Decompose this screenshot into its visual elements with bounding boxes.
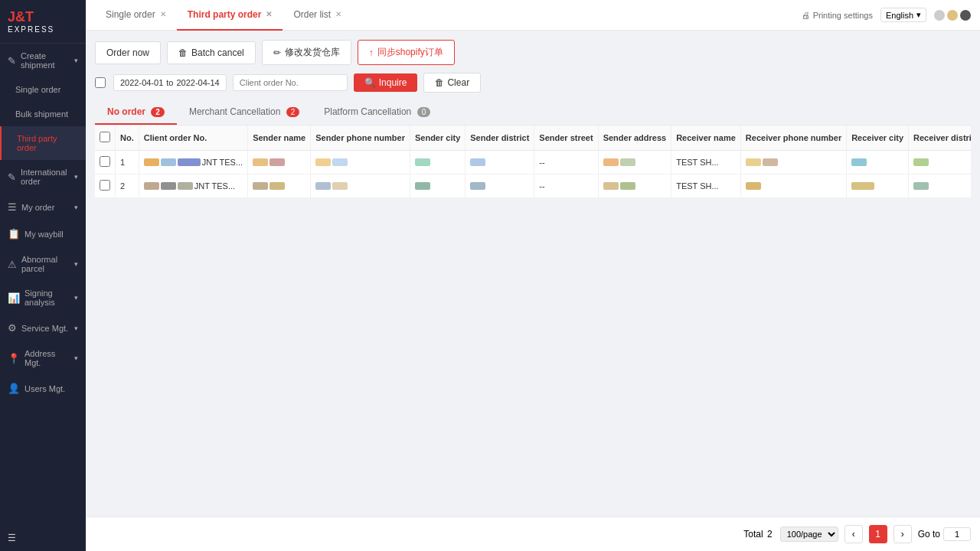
inquire-button[interactable]: 🔍 Inquire: [354, 73, 418, 92]
sidebar-item-users-mgt[interactable]: 👤 Users Mgt.: [0, 375, 86, 402]
language-selector[interactable]: English ▾: [880, 8, 926, 22]
sidebar-item-signing-analysis[interactable]: 📊 Signing analysis ▾: [0, 281, 86, 315]
color-circle-1[interactable]: [934, 10, 945, 21]
tab-platform-cancellation[interactable]: Platform Cancellation 0: [312, 100, 443, 125]
tab-no-order[interactable]: No order 2: [95, 100, 177, 125]
users-icon: 👤: [8, 383, 20, 394]
td-sender-city: [410, 174, 465, 198]
td-checkbox: [95, 174, 116, 198]
sidebar-item-my-order[interactable]: ☰ My order ▾: [0, 194, 86, 220]
th-sender-phone: Sender phone number: [311, 126, 410, 151]
td-checkbox: [95, 151, 116, 174]
order-now-button[interactable]: Order now: [95, 41, 161, 64]
td-receiver-city: [847, 151, 909, 174]
th-sender-city: Sender city: [410, 126, 465, 151]
chevron-down-icon: ▾: [74, 57, 78, 64]
td-receiver-phone: [740, 174, 846, 198]
tab-order-list[interactable]: Order list ✕: [283, 0, 352, 31]
th-client-order-no: Client order No.: [139, 126, 247, 151]
sidebar-item-international-order[interactable]: ✎ International order ▾: [0, 160, 86, 194]
td-sender-name: [248, 174, 311, 198]
close-icon[interactable]: ✕: [160, 10, 166, 18]
th-sender-address: Sender address: [598, 126, 671, 151]
sidebar-item-single-order[interactable]: Single order: [0, 77, 86, 102]
print-settings-btn[interactable]: 🖨 Printing settings: [802, 11, 873, 20]
total-label: Total 2: [743, 529, 773, 540]
select-all-checkbox[interactable]: [100, 132, 110, 142]
menu-icon: ☰: [8, 533, 16, 543]
tab-merchant-cancellation[interactable]: Merchant Cancellation 2: [177, 100, 312, 125]
goto-page: Go to: [918, 527, 971, 541]
my-order-icon: ☰: [8, 201, 17, 213]
topbar: Single order ✕ Third party order ✕ Order…: [86, 0, 980, 31]
date-range[interactable]: 2022-04-01 to 2022-04-14: [113, 74, 227, 91]
tab-label: Order list: [293, 9, 331, 20]
date-from: 2022-04-01: [120, 78, 163, 87]
td-sender-street: --: [534, 151, 598, 174]
waybill-icon: 📋: [8, 228, 20, 240]
tab-platform-label: Platform Cancellation: [324, 106, 411, 117]
close-icon[interactable]: ✕: [335, 10, 341, 18]
tab-label: Third party order: [188, 9, 262, 20]
sidebar-item-my-waybill[interactable]: 📋 My waybill: [0, 220, 86, 247]
row-checkbox[interactable]: [100, 156, 110, 167]
color-circle-3[interactable]: [960, 10, 971, 21]
edit-icon: ✏: [273, 47, 281, 58]
clear-button[interactable]: 🗑 Clear: [423, 73, 481, 93]
sidebar-item-address-mgt[interactable]: 📍 Address Mgt. ▾: [0, 341, 86, 375]
tab-third-party-order[interactable]: Third party order ✕: [177, 0, 283, 31]
search-icon: 🔍: [364, 77, 376, 88]
td-sender-phone: [311, 151, 410, 174]
edit-warehouse-label: 修改发货仓库: [285, 46, 340, 59]
sidebar-collapse-btn[interactable]: ☰: [0, 525, 86, 551]
td-sender-address: [598, 174, 671, 198]
sidebar-item-service-mgt[interactable]: ⚙ Service Mgt. ▾: [0, 315, 86, 341]
tab-single-order[interactable]: Single order ✕: [95, 0, 177, 31]
search-input[interactable]: [233, 74, 348, 91]
next-page-button[interactable]: ›: [893, 525, 912, 543]
th-checkbox: [95, 126, 116, 151]
td-receiver-name: TEST SH...: [671, 174, 741, 198]
page-1-button[interactable]: 1: [869, 525, 887, 543]
tab-platform-count: 0: [417, 107, 431, 117]
sidebar-item-create-shipment[interactable]: ✎ Create shipment ▾: [0, 44, 86, 77]
close-icon[interactable]: ✕: [266, 10, 272, 18]
goto-input[interactable]: [943, 527, 971, 541]
client-order-text: JNT TES...: [202, 158, 243, 167]
logo-sub: EXPRESS: [8, 25, 78, 34]
per-page-select[interactable]: 100/page 50/page 20/page: [780, 527, 838, 542]
batch-cancel-label: Batch cancel: [191, 47, 244, 58]
td-receiver-district: [909, 174, 971, 198]
td-no: 2: [116, 174, 139, 198]
td-no: 1: [116, 151, 139, 174]
sidebar-item-label: My order: [21, 203, 54, 212]
tab-merchant-count: 2: [286, 107, 300, 117]
page-content: Order now 🗑 Batch cancel ✏ 修改发货仓库 ↑ 同步sh…: [86, 31, 980, 517]
table-header-row: No. Client order No. Sender name Sender …: [95, 126, 971, 151]
color-circle-2[interactable]: [947, 10, 958, 21]
sidebar-item-label: Third party order: [17, 134, 78, 152]
order-tabs: No order 2 Merchant Cancellation 2 Platf…: [95, 100, 971, 126]
sidebar-item-third-party-order[interactable]: Third party order: [0, 126, 86, 160]
logo: J&T EXPRESS: [0, 0, 86, 44]
batch-cancel-button[interactable]: 🗑 Batch cancel: [167, 41, 256, 64]
td-client-order-no: JNT TES...: [139, 174, 247, 198]
sidebar-item-label: Single order: [15, 85, 60, 94]
date-checkbox[interactable]: [95, 77, 106, 88]
th-receiver-district: Receiver district: [909, 126, 971, 151]
tab-no-order-label: No order: [107, 106, 145, 117]
clear-label: Clear: [447, 77, 469, 88]
th-receiver-name: Receiver name: [671, 126, 741, 151]
row-checkbox[interactable]: [100, 180, 110, 191]
logo-brand: J&T: [8, 9, 78, 25]
th-sender-name: Sender name: [248, 126, 311, 151]
edit-warehouse-button[interactable]: ✏ 修改发货仓库: [262, 40, 351, 65]
sidebar-item-abnormal-parcel[interactable]: ⚠ Abnormal parcel ▾: [0, 247, 86, 281]
sync-shopify-button[interactable]: ↑ 同步shopify订单: [358, 40, 455, 65]
chevron-down-icon: ▾: [74, 204, 78, 211]
sidebar-item-label: Create shipment: [21, 51, 70, 70]
td-sender-city: [410, 151, 465, 174]
sidebar-item-bulk-shipment[interactable]: Bulk shipment: [0, 102, 86, 126]
analysis-icon: 📊: [8, 292, 20, 304]
prev-page-button[interactable]: ‹: [844, 525, 863, 543]
